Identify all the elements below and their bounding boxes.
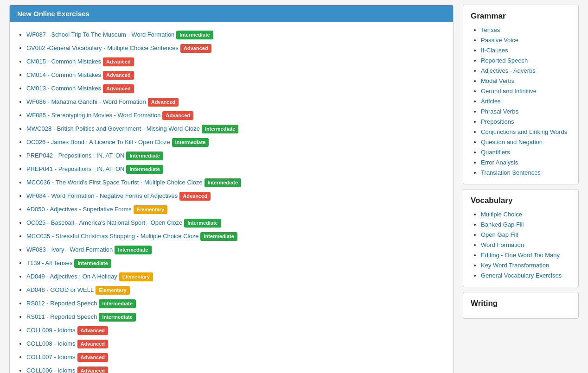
exercise-link[interactable]: RS012 - Reported Speech	[26, 300, 97, 307]
grammar-link[interactable]: Question and Negation	[481, 139, 543, 145]
grammar-link[interactable]: Reported Speech	[481, 57, 528, 64]
level-badge: Intermediate	[205, 178, 241, 187]
list-item: General Vocabulary Exercises	[481, 270, 571, 280]
grammar-link[interactable]: Phrasal Verbs	[481, 108, 518, 115]
list-item: PREP041 - Prepositions : IN, AT, ONInter…	[26, 162, 446, 176]
list-item: AD048 - GOOD or WELLElementary	[26, 283, 446, 297]
grammar-link[interactable]: Conjunctions and Linking Words	[481, 128, 567, 135]
exercise-link[interactable]: COLL006 - Idioms	[26, 367, 76, 373]
list-item: Tenses	[481, 25, 571, 35]
list-item: Phrasal Verbs	[481, 106, 571, 116]
exercises-list: WF087 - School Trip To The Museum - Word…	[10, 22, 453, 373]
list-item: Quantifiers	[481, 147, 571, 157]
list-item: RS011 - Reported SpeechIntermediate	[26, 310, 446, 323]
exercise-link[interactable]: RS011 - Reported Speech	[26, 313, 97, 320]
list-item: AD050 - Adjectives - Superlative FormsEl…	[26, 202, 446, 216]
exercise-link[interactable]: COLL009 - Idioms	[26, 327, 76, 334]
grammar-link[interactable]: Translation Sentences	[481, 169, 541, 176]
level-badge: Advanced	[162, 111, 193, 120]
exercise-link[interactable]: CM014 - Common Mistakes	[26, 71, 101, 78]
grammar-link[interactable]: Prepositions	[481, 118, 514, 125]
list-item: AD049 - Adjectives : On A HolidayElement…	[26, 270, 446, 283]
list-item: Banked Gap Fill	[481, 219, 571, 229]
exercise-link[interactable]: CM015 - Common Mistakes	[26, 58, 101, 65]
exercise-link[interactable]: COLL007 - Idioms	[26, 354, 76, 360]
grammar-link[interactable]: Passive Voice	[481, 37, 518, 44]
grammar-link[interactable]: Error Analysis	[481, 159, 518, 166]
list-item: WF083 - Ivory - Word FormationIntermedia…	[26, 243, 446, 256]
list-item: CM013 - Common MistakesAdvanced	[26, 82, 446, 95]
level-badge: Intermediate	[126, 152, 163, 160]
list-item: COLL007 - IdiomsAdvanced	[26, 350, 446, 364]
list-item: Editing - One Word Too Many	[481, 250, 571, 260]
level-badge: Intermediate	[172, 138, 209, 147]
grammar-section: Grammar TensesPassive VoiceIf-ClausesRep…	[463, 5, 579, 184]
grammar-link[interactable]: Modal Verbs	[481, 77, 514, 84]
exercise-link[interactable]: PREP041 - Prepositions : IN, AT, ON	[26, 165, 124, 172]
vocabulary-link[interactable]: Multiple Choice	[481, 211, 522, 218]
exercise-link[interactable]: WF087 - School Trip To The Museum - Word…	[26, 31, 174, 38]
list-item: If-Clauses	[481, 45, 571, 55]
grammar-link[interactable]: Quantifiers	[481, 149, 510, 156]
list-item: WF087 - School Trip To The Museum - Word…	[26, 28, 446, 41]
vocabulary-link[interactable]: Key Word Transformation	[481, 262, 549, 269]
exercise-link[interactable]: AD048 - GOOD or WELL	[26, 286, 94, 293]
list-item: RS012 - Reported SpeechIntermediate	[26, 297, 446, 310]
list-item: CM014 - Common MistakesAdvanced	[26, 68, 446, 82]
level-badge: Intermediate	[115, 246, 151, 254]
list-item: WF084 - Word Formation - Negative Forms …	[26, 189, 446, 202]
level-badge: Advanced	[77, 340, 109, 348]
exercise-link[interactable]: PREP042 - Prepositions : IN, AT, ON	[26, 152, 124, 159]
level-badge: Advanced	[77, 326, 109, 335]
list-item: Conjunctions and Linking Words	[481, 126, 571, 137]
list-item: Error Analysis	[481, 157, 571, 167]
level-badge: Intermediate	[126, 165, 163, 174]
exercise-link[interactable]: GV082 -General Vocabulary - Multiple Cho…	[26, 44, 179, 51]
exercise-link[interactable]: OC025 - Baseball - America's National Sp…	[26, 219, 182, 226]
level-badge: Intermediate	[176, 31, 213, 39]
level-badge: Advanced	[180, 44, 211, 53]
list-item: Word Formation	[481, 240, 571, 250]
list-item: MCC035 - Stressful Christmas Shopping - …	[26, 229, 446, 243]
list-item: Prepositions	[481, 116, 571, 126]
list-item: WF086 - Mahatma Gandhi - Word FormationA…	[26, 95, 446, 108]
list-item: OC026 - James Bond : A Licence To Kill -…	[26, 135, 446, 149]
vocabulary-link[interactable]: General Vocabulary Exercises	[481, 272, 562, 279]
exercise-link[interactable]: CM013 - Common Mistakes	[26, 85, 101, 92]
grammar-link[interactable]: Gerund and Infinitive	[481, 88, 537, 95]
exercise-link[interactable]: MCC035 - Stressful Christmas Shopping - …	[26, 233, 198, 240]
grammar-link[interactable]: Tenses	[481, 26, 500, 33]
grammar-link[interactable]: Articles	[481, 98, 501, 105]
exercises-box: New Online Exercises WF087 - School Trip…	[9, 5, 454, 373]
exercise-link[interactable]: MWC028 - British Politics and Government…	[26, 125, 200, 132]
sidebar: Grammar TensesPassive VoiceIf-ClausesRep…	[463, 5, 579, 373]
grammar-link[interactable]: Adjectives - Adverbs	[481, 67, 536, 74]
level-badge: Elementary	[96, 286, 129, 295]
vocabulary-link[interactable]: Editing - One Word Too Many	[481, 252, 560, 259]
exercise-link[interactable]: AD049 - Adjectives : On A Holiday	[26, 273, 117, 280]
vocabulary-title: Vocabulary	[471, 196, 571, 205]
grammar-link[interactable]: If-Clauses	[481, 47, 508, 54]
exercise-link[interactable]: MCC036 - The World's First Space Tourist…	[26, 179, 203, 186]
list-item: Translation Sentences	[481, 167, 571, 177]
vocabulary-section: Vocabulary Multiple ChoiceBanked Gap Fil…	[463, 189, 579, 287]
vocabulary-link[interactable]: Banked Gap Fill	[481, 221, 524, 228]
level-badge: Intermediate	[74, 259, 111, 268]
list-item: Adjectives - Adverbs	[481, 65, 571, 76]
list-item: GV082 -General Vocabulary - Multiple Cho…	[26, 41, 446, 55]
exercise-link[interactable]: COLL008 - Idioms	[26, 340, 76, 347]
exercise-link[interactable]: WF083 - Ivory - Word Formation	[26, 246, 113, 253]
vocabulary-link[interactable]: Word Formation	[481, 241, 524, 248]
level-badge: Elementary	[119, 272, 153, 281]
vocabulary-link[interactable]: Open Gap Fill	[481, 231, 518, 238]
level-badge: Advanced	[103, 71, 134, 80]
exercise-link[interactable]: WF086 - Mahatma Gandhi - Word Formation	[26, 98, 146, 105]
exercise-link[interactable]: AD050 - Adjectives - Superlative Forms	[26, 206, 132, 213]
exercise-link[interactable]: T139 - All Tenses	[26, 259, 72, 266]
level-badge: Advanced	[77, 353, 109, 362]
exercise-link[interactable]: OC026 - James Bond : A Licence To Kill -…	[26, 139, 170, 145]
exercise-link[interactable]: WF085 - Stereotyping in Movies - Word Fo…	[26, 112, 160, 119]
exercise-link[interactable]: WF084 - Word Formation - Negative Forms …	[26, 192, 178, 199]
main-content: New Online Exercises WF087 - School Trip…	[9, 5, 454, 373]
level-badge: Advanced	[148, 98, 179, 107]
